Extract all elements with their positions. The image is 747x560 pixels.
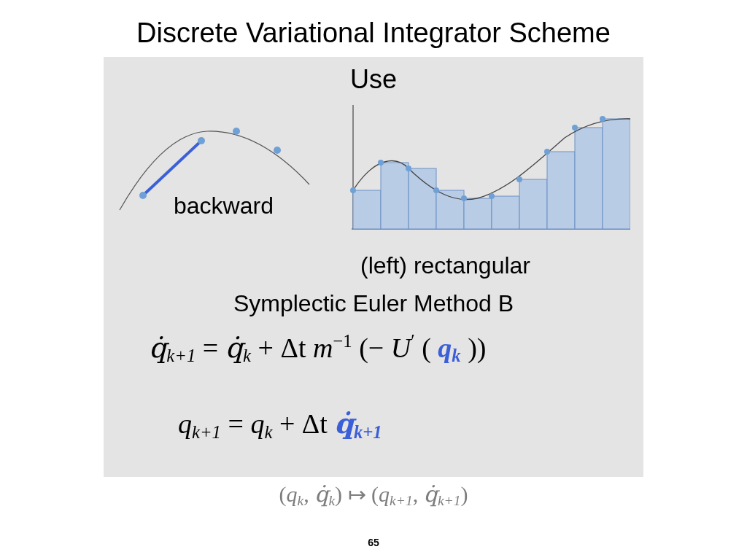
eq1-close: ))	[468, 332, 486, 363]
eq2-plus: +	[279, 408, 302, 439]
map-q1-sub: k	[298, 493, 304, 508]
eq1-m: m	[313, 332, 333, 363]
rectangular-label: (left) rectangular	[360, 252, 530, 279]
eq1-plus: +	[258, 332, 281, 363]
svg-point-19	[600, 116, 605, 122]
map-open1: (	[279, 482, 287, 506]
svg-rect-3	[436, 190, 464, 229]
sample-point	[233, 128, 240, 135]
sample-point	[198, 137, 205, 144]
eq1-qdotk: q̇	[225, 332, 243, 363]
svg-point-14	[461, 195, 467, 201]
svg-point-16	[516, 176, 522, 182]
eq2-sub2: k	[264, 422, 272, 442]
map-sep2: ,	[413, 482, 424, 506]
svg-rect-1	[381, 163, 409, 229]
map-arrow: ↦	[342, 482, 371, 506]
map-qd2-sub: k+1	[438, 493, 461, 508]
use-label: Use	[104, 64, 643, 95]
slide-title: Discrete Variational Integrator Scheme	[0, 18, 747, 49]
equation-1: q̇k+1 = q̇k + Δt m−1 (− U′ ( qk ))	[149, 331, 598, 366]
map-q1: q	[287, 482, 298, 506]
eq2-qdot: q̇	[334, 408, 354, 439]
eq1-mexp: −1	[333, 331, 352, 351]
eq2-equals: =	[228, 408, 250, 439]
eq1-sub: k+1	[166, 346, 196, 365]
map-qd2: q̇	[424, 482, 438, 506]
eq1-equals: =	[203, 332, 225, 363]
map-q2: q	[379, 482, 390, 506]
svg-point-13	[433, 187, 439, 193]
map-qd1-sub: k	[328, 493, 335, 508]
eq1-U: U	[391, 332, 411, 363]
map-close2: )	[460, 482, 468, 506]
symplectic-label: Symplectic Euler Method B	[104, 290, 643, 317]
eq1-sub2: k	[243, 346, 251, 365]
svg-point-17	[544, 149, 550, 155]
riemann-bars	[353, 119, 630, 229]
map-open2: (	[371, 482, 379, 506]
svg-point-11	[378, 160, 384, 166]
sample-point	[139, 192, 147, 199]
rectangular-diagram	[338, 105, 630, 236]
svg-point-10	[350, 187, 356, 193]
eq2-dt: Δt	[302, 408, 335, 439]
svg-rect-6	[519, 179, 547, 229]
svg-rect-9	[603, 119, 630, 229]
map-close1: )	[335, 482, 342, 506]
eq2-q: q	[178, 408, 192, 439]
map-qd1: q̇	[314, 482, 328, 506]
svg-point-15	[489, 193, 495, 199]
equation-2: qk+1 = qk + Δt q̇k+1	[178, 407, 382, 443]
eq1-prime: ′	[411, 331, 414, 351]
mapsto-line: (qk, q̇k) ↦ (qk+1, q̇k+1)	[0, 481, 747, 509]
eq2-sub: k+1	[192, 422, 221, 442]
eq1-qdot: q̇	[149, 332, 166, 363]
backward-chord	[143, 141, 201, 195]
page-number: 65	[0, 537, 747, 548]
eq1-qk-sub: k	[452, 346, 460, 365]
eq2-qk: q	[250, 408, 264, 439]
svg-rect-0	[353, 190, 381, 229]
svg-rect-4	[464, 198, 492, 229]
eq1-dt: Δt	[280, 332, 313, 363]
svg-point-18	[572, 125, 578, 131]
backward-label: backward	[174, 192, 274, 219]
eq2-qdot-sub: k+1	[354, 422, 382, 442]
map-q2-sub: k+1	[390, 493, 413, 508]
svg-rect-5	[492, 196, 519, 229]
eq1-paren: (	[422, 332, 431, 363]
eq1-qk: q	[438, 332, 452, 363]
svg-rect-8	[575, 128, 603, 229]
map-sep1: ,	[303, 482, 314, 506]
svg-point-12	[406, 166, 411, 171]
slide: Discrete Variational Integrator Scheme U…	[0, 0, 747, 560]
eq1-open: (−	[359, 332, 384, 363]
svg-rect-2	[409, 168, 436, 229]
sample-point	[274, 147, 281, 154]
svg-rect-7	[547, 152, 575, 229]
content-panel: Use backward	[104, 57, 643, 477]
